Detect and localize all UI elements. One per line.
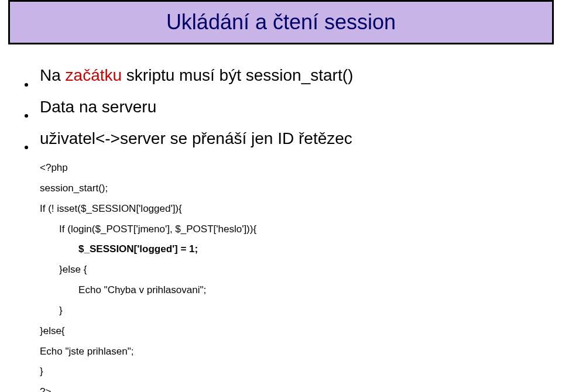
code-line: Echo "jste prihlasen";: [40, 342, 256, 362]
list-item: Na začátku skriptu musí být session_star…: [25, 64, 540, 95]
bullet-icon: [25, 128, 40, 158]
code-line: }else {: [40, 260, 256, 280]
code-line: }: [40, 301, 256, 321]
text-segment: Na: [40, 66, 66, 84]
bullet-text: Na začátku skriptu musí být session_star…: [40, 64, 540, 87]
text-segment: uživatel<->server se přenáší jen ID řetě…: [40, 129, 352, 147]
bullet-icon: [25, 96, 40, 126]
slide: Ukládání a čtení session Na začátku skri…: [0, 0, 562, 392]
bullet-icon: [25, 64, 40, 95]
code-line: ?>: [40, 382, 256, 392]
bullet-list: Na začátku skriptu musí být session_star…: [25, 64, 540, 159]
text-segment: skriptu musí být session_start(): [122, 66, 353, 84]
text-highlight: začátku: [66, 66, 122, 84]
code-line: session_start();: [40, 178, 256, 199]
code-line: }: [40, 362, 256, 382]
code-block: <?php session_start(); If (! isset($_SES…: [40, 158, 256, 392]
code-line: <?php: [40, 158, 256, 178]
page-title: Ukládání a čtení session: [166, 10, 396, 34]
code-line: }else{: [40, 321, 256, 342]
code-line: If (! isset($_SESSION['logged']){: [40, 199, 256, 219]
bullet-text: Data na serveru: [40, 96, 540, 118]
text-segment: Data na serveru: [40, 98, 156, 116]
title-box: Ukládání a čtení session: [8, 0, 554, 44]
code-line: If (login($_POST['jmeno'], $_POST['heslo…: [40, 219, 256, 240]
code-line: $_SESSION['logged'] = 1;: [40, 239, 256, 260]
list-item: Data na serveru: [25, 96, 540, 126]
code-line: Echo "Chyba v prihlasovani";: [40, 280, 256, 301]
bullet-text: uživatel<->server se přenáší jen ID řetě…: [40, 128, 540, 150]
list-item: uživatel<->server se přenáší jen ID řetě…: [25, 128, 540, 158]
